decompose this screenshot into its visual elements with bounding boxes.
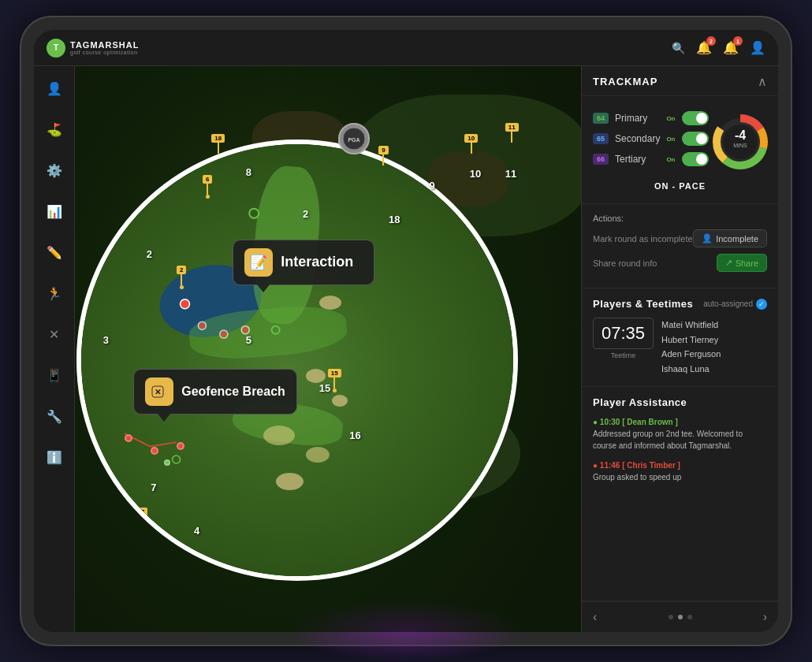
flag-18: 18 <box>211 134 225 154</box>
group-badge-66: 66 <box>593 154 609 165</box>
interaction-icon: 📝 <box>244 248 273 277</box>
sidebar-icon-person[interactable]: 🏃 <box>42 281 67 306</box>
share-button[interactable]: ↗ Share <box>717 254 767 272</box>
incomplete-button[interactable]: 👤 Incomplete <box>693 229 767 247</box>
inner-hole-2: 2 <box>147 248 152 260</box>
assistance-desc-1: Addressed group on 2nd tee. Welcomed to … <box>593 428 767 452</box>
sidebar-icon-settings[interactable]: ⚙️ <box>42 158 67 183</box>
interaction-callout[interactable]: 📝 Interaction <box>233 240 374 285</box>
sidebar-icon-golf[interactable]: ⛳ <box>42 117 67 142</box>
sidebar-icon-player[interactable]: 👤 <box>42 76 67 101</box>
sidebar-icon-mobile[interactable]: 📱 <box>42 363 67 388</box>
assistance-list: ● 10:30 [ Dean Brown ] Addressed group o… <box>593 416 767 483</box>
hole-num-9: 9 <box>429 180 434 192</box>
path-dot-2 <box>151 447 158 455</box>
callout-tail-geofence <box>158 414 170 422</box>
sidebar-icon-edit[interactable]: ✏️ <box>42 240 67 265</box>
notification-badge-1: 2 <box>706 36 716 46</box>
toggle-primary[interactable] <box>682 111 709 125</box>
hole-num-2-bg: 2 <box>303 208 308 220</box>
toggle-on-label-secondary: On <box>666 136 675 143</box>
nav-dot-2[interactable] <box>678 615 683 619</box>
inner-hole-5: 5 <box>246 334 251 346</box>
assistance-item-1: ● 10:30 [ Dean Brown ] Addressed group o… <box>593 416 767 452</box>
collapse-btn[interactable]: ∧ <box>758 74 767 89</box>
groups-list: 64 Primary On 65 Secondary On <box>593 111 709 173</box>
group-badge-65: 65 <box>593 133 609 144</box>
toggle-secondary[interactable] <box>682 132 709 146</box>
sidebar-icon-chart[interactable]: 📊 <box>42 199 67 224</box>
tablet-frame: T TAGMARSHAL golf course optimization 🔍 … <box>20 16 792 646</box>
app-subtitle: golf course optimization <box>70 50 139 55</box>
trackmap-title: TRACKMAP <box>593 76 657 87</box>
logo-area: T TAGMARSHAL golf course optimization <box>47 39 139 58</box>
inner-flag-15: 15 <box>328 369 341 392</box>
toggle-on-label-primary: On <box>666 115 675 122</box>
inner-hole-4: 4 <box>194 525 199 537</box>
main-content: 👤 ⛳ ⚙️ 📊 ✏️ 🏃 ✕ 📱 🔧 ℹ️ <box>34 66 778 632</box>
path-dot-3 <box>177 442 184 450</box>
player-1: Matei Whitfield <box>661 318 767 333</box>
svg-text:-4: -4 <box>734 128 745 142</box>
sidebar-icon-gear[interactable]: 🔧 <box>42 404 67 429</box>
players-list: Matei Whitfield Hubert Tierney Aden Ferg… <box>661 318 767 377</box>
group-name-primary: Primary <box>615 113 660 124</box>
group-name-secondary: Secondary <box>615 133 660 144</box>
sidebar-icon-close[interactable]: ✕ <box>42 322 67 347</box>
group-row-tertiary: 66 Tertiary On <box>593 152 709 166</box>
assistance-desc-2: Group asked to speed up <box>593 471 767 483</box>
pace-donut: -4 MINS <box>709 110 772 173</box>
geofence-callout[interactable]: ✕ Geofence Breach <box>133 369 297 415</box>
inner-hole-8: 8 <box>246 166 251 178</box>
tee-time-label: Teetime <box>593 351 654 359</box>
right-panel: TRACKMAP ∧ 64 Primary On <box>581 66 778 632</box>
incomplete-icon: 👤 <box>702 233 713 244</box>
players-header: Players & Teetimes auto-assigned ✓ <box>593 298 767 310</box>
sidebar-icon-info[interactable]: ℹ️ <box>42 444 67 470</box>
nav-dot-3[interactable] <box>687 615 692 619</box>
flag-11: 11 <box>505 123 519 143</box>
top-bar: T TAGMARSHAL golf course optimization 🔍 … <box>34 30 778 66</box>
app-title: TAGMARSHAL <box>70 40 139 50</box>
actions-label: Actions: <box>593 214 767 223</box>
hole-num-18: 18 <box>389 214 400 225</box>
circle-inner: 8 2 3 7 5 15 16 4 2 <box>81 144 513 576</box>
group-badge-64: 64 <box>593 113 609 124</box>
inner-flag-6: 6 <box>203 175 212 199</box>
share-icon: ↗ <box>725 258 732 268</box>
profile-icon[interactable]: 👤 <box>750 40 765 55</box>
group-name-tertiary: Tertiary <box>615 154 660 165</box>
notification-icon-1[interactable]: 🔔 2 <box>696 40 712 55</box>
mark-round-text: Mark round as incomplete <box>593 234 693 244</box>
logo-text: TAGMARSHAL golf course optimization <box>70 40 139 55</box>
next-arrow[interactable]: › <box>763 610 767 624</box>
nav-dots <box>669 615 692 619</box>
tablet-inner: T TAGMARSHAL golf course optimization 🔍 … <box>34 30 778 632</box>
notification-icon-2[interactable]: 🔔 1 <box>723 40 739 55</box>
svg-text:PGA: PGA <box>348 137 359 143</box>
hole-num-10: 10 <box>470 168 481 180</box>
geofence-icon: ✕ <box>145 377 173 406</box>
group-row-secondary: 65 Secondary On <box>593 132 709 146</box>
assistance-header: Player Assistance <box>593 396 767 408</box>
callout-tail-interaction <box>257 285 270 292</box>
path-dot-1 <box>125 434 132 442</box>
geofence-label: Geofence Breach <box>181 385 285 399</box>
flag-9: 9 <box>378 146 388 166</box>
toggle-tertiary[interactable] <box>682 152 709 166</box>
tee-time-row: 07:35 Teetime Matei Whitfield Hubert Tie… <box>593 318 767 377</box>
share-round-row: Share round info ↗ Share <box>593 254 767 272</box>
on-pace-badge: ON - PACE <box>593 178 767 194</box>
interaction-label: Interaction <box>281 254 353 270</box>
prev-arrow[interactable]: ‹ <box>593 610 597 624</box>
inner-hole-7: 7 <box>151 482 156 493</box>
groups-section: 64 Primary On 65 Secondary On <box>582 96 778 204</box>
actions-section: Actions: Mark round as incomplete 👤 Inco… <box>582 204 778 288</box>
top-bar-actions: 🔍 🔔 2 🔔 1 👤 <box>672 40 765 55</box>
search-icon[interactable]: 🔍 <box>672 42 685 54</box>
inner-flag-2: 2 <box>177 266 186 289</box>
check-circle-icon: ✓ <box>756 299 767 310</box>
nav-dot-1[interactable] <box>669 615 673 619</box>
auto-assigned-badge: auto-assigned ✓ <box>703 299 767 310</box>
group-row-primary: 64 Primary On <box>593 111 709 125</box>
